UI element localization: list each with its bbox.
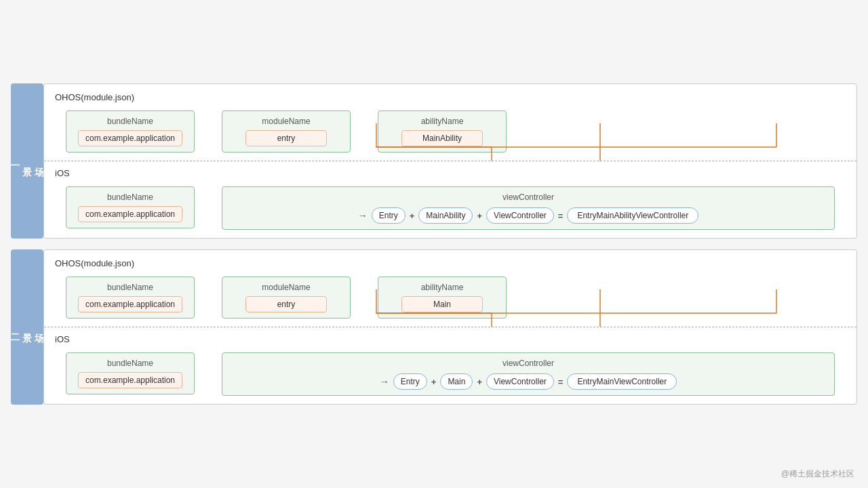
scenario-2-ios: iOS bundleName com.example.application v… (44, 327, 856, 404)
scenario-1-ios-bundlename-value: com.example.application (78, 206, 182, 222)
scenario-2-formula-arrow: → (380, 376, 389, 387)
scenario-2-label: 场景二 (11, 249, 43, 405)
scenario-2-ios-bundlename-value: com.example.application (78, 372, 182, 388)
scenario-2-vc-formula: → Entry + Main + ViewController = EntryM… (232, 373, 825, 390)
scenario-2-abilityname-box: abilityName Main (378, 277, 507, 319)
scenario-2-abilityname-label: abilityName (387, 283, 498, 292)
scenario-2-ios-fields: bundleName com.example.application viewC… (55, 352, 846, 396)
scenario-2-bundlename-box: bundleName com.example.application (66, 277, 195, 319)
scenario-2-content: OHOS(module.json) bundleName com.example… (43, 249, 857, 405)
scenario-1-ios: iOS bundleName com.example.application v… (44, 161, 856, 238)
scenario-2-modulename-label: moduleName (231, 283, 342, 292)
scenario-1-content: OHOS(module.json) bundleName com.example… (43, 83, 857, 239)
scenario-1-label: 场景一 (11, 83, 43, 239)
scenario-1-equals: = (558, 211, 564, 221)
scenario-1-abilityname-label: abilityName (387, 117, 498, 126)
scenario-2-ios-title: iOS (55, 334, 846, 344)
scenario-2-abilityname-value: Main (401, 296, 483, 312)
scenario-2-equals: = (558, 377, 564, 387)
scenario-1-result: EntryMainAbilityViewController (567, 207, 698, 224)
scenario-1-bundlename-value: com.example.application (78, 130, 182, 146)
scenario-2-ohos: OHOS(module.json) bundleName com.example… (44, 250, 856, 327)
scenario-1-ios-bundlename-box: bundleName com.example.application (66, 186, 195, 228)
scenario-2-ohos-title: OHOS(module.json) (55, 258, 846, 268)
scenario-1-mainability: MainAbility (418, 207, 473, 224)
scenario-2-ios-bundlename-box: bundleName com.example.application (66, 352, 195, 394)
scenario-2-modulename-value: entry (245, 296, 327, 312)
scenario-1-abilityname-box: abilityName MainAbility (378, 110, 507, 152)
scenario-1-plus2: + (477, 211, 482, 221)
scenario-1-formula-arrow: → (358, 210, 368, 221)
scenario-2-result: EntryMainViewController (567, 373, 677, 390)
scenario-1-vc-formula: → Entry + MainAbility + ViewController =… (232, 207, 825, 224)
scenario-1-modulename-label: moduleName (231, 117, 342, 126)
scenario-1-ios-fields: bundleName com.example.application viewC… (55, 186, 846, 230)
scenario-1-vc-box: viewController → Entry + MainAbility + V… (222, 186, 835, 230)
scenario-1-ohos-fields: bundleName com.example.application modul… (55, 110, 846, 152)
scenario-1-ios-bundlename-label: bundleName (75, 192, 186, 202)
scenario-1-ohos: OHOS(module.json) bundleName com.example… (44, 84, 856, 161)
scenario-2-plus1: + (431, 377, 437, 387)
scenario-1-abilityname-value: MainAbility (401, 130, 483, 146)
scenario-2-bundlename-value: com.example.application (78, 296, 182, 312)
scenario-2-plus2: + (477, 377, 482, 387)
scenario-2-modulename-box: moduleName entry (222, 277, 351, 319)
scenario-2-vc-label: viewController (232, 359, 825, 368)
watermark: @稀土掘金技术社区 (781, 468, 854, 480)
scenario-1-modulename-value: entry (245, 130, 327, 146)
scenario-1-vc-label: viewController (232, 192, 825, 202)
scenario-1-modulename-box: moduleName entry (222, 110, 351, 152)
scenario-1-viewcontroller: ViewController (486, 207, 554, 224)
scenario-1-bundlename-label: bundleName (75, 117, 186, 126)
scenario-1-ios-title: iOS (55, 168, 846, 178)
scenario-1-row: 场景一 OHOS(module.json) bundleName com.exa… (11, 83, 857, 239)
scenario-1-plus1: + (410, 211, 415, 221)
scenario-1-bundlename-box: bundleName com.example.application (66, 110, 195, 152)
scenario-2-mainability: Main (440, 373, 473, 390)
scenario-2-viewcontroller: ViewController (486, 373, 554, 390)
scenario-2-row: 场景二 OHOS(module.json) bundleName com.exa… (11, 249, 857, 405)
scenario-2-bundlename-label: bundleName (75, 283, 186, 292)
scenario-2-entry: Entry (393, 373, 427, 390)
scenario-2-vc-box: viewController → Entry + Main + ViewCont… (222, 352, 835, 396)
scenario-1-entry: Entry (372, 207, 406, 224)
scenario-2-ohos-fields: bundleName com.example.application modul… (55, 277, 846, 319)
scenario-1-ohos-title: OHOS(module.json) (55, 92, 846, 102)
scenario-2-ios-bundlename-label: bundleName (75, 359, 186, 368)
